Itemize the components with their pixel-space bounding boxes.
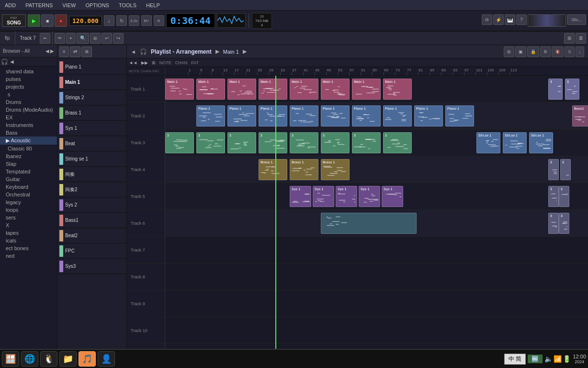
taskbar-browser-btn[interactable]: 🌐 xyxy=(21,351,38,367)
track-row[interactable] xyxy=(165,317,588,344)
taskbar-qq-btn[interactable]: 🐧 xyxy=(40,351,57,367)
track-nav-icon[interactable]: ⇐ xyxy=(40,33,50,44)
pattern-block[interactable]: Stri.se 1 xyxy=(476,132,500,153)
pattern-block[interactable]: Main 1 xyxy=(321,79,350,100)
track-row[interactable]: 3 3 3 3 3 3 3 3 xyxy=(165,210,588,237)
pattern-block[interactable]: Main 1 xyxy=(165,79,194,100)
sidebar-item-legacy[interactable]: legacy xyxy=(0,198,57,206)
question-icon[interactable]: ? xyxy=(516,14,527,25)
taskbar-fl-btn[interactable]: 🎵 xyxy=(79,351,96,367)
channel-item-4[interactable]: Sys 1 xyxy=(57,121,126,136)
record-button[interactable]: ● xyxy=(55,14,67,27)
channel-item-3[interactable]: Brass 1 xyxy=(57,105,126,121)
pattern-block[interactable]: Piano 1 xyxy=(259,105,287,126)
playlist-nav-icon[interactable]: ⊞ xyxy=(564,33,575,44)
channel-icon2[interactable]: ⇄ xyxy=(70,46,80,57)
sidebar-item-drums[interactable]: Drums xyxy=(0,98,57,106)
pattern-block[interactable]: Piano 1 xyxy=(196,105,225,126)
ime-icon[interactable]: 🔤 xyxy=(528,355,543,363)
snap-tool[interactable]: ⊞ xyxy=(90,33,101,44)
bpm-display[interactable]: 120.000 xyxy=(69,16,102,26)
pattern-block[interactable]: Main 1 xyxy=(227,79,256,100)
pattern-block[interactable]: Piano 1 xyxy=(445,105,474,126)
sidebar-item-drums-mode[interactable]: Drums (ModeAudio) xyxy=(0,106,57,114)
browser-headphone-icon[interactable]: 🎧 xyxy=(1,58,8,65)
track-row[interactable] xyxy=(165,264,588,290)
pattern-block[interactable]: 3 xyxy=(321,132,350,153)
pattern-block[interactable]: Bass1 xyxy=(572,105,588,126)
sidebar-item-ect-bones[interactable]: ect bones xyxy=(0,244,57,252)
sidebar-item-ex[interactable]: EX xyxy=(0,114,57,121)
mixer-icon[interactable]: M+ xyxy=(141,15,152,26)
channel-item-8[interactable]: 间奏2 xyxy=(57,182,126,197)
pattern-block[interactable]: 3 xyxy=(196,132,225,153)
browser-back-btn[interactable]: ◀ xyxy=(45,48,49,54)
sidebar-item-guitar[interactable]: Guitar xyxy=(0,175,57,183)
sidebar-item-loops[interactable]: loops xyxy=(0,206,57,214)
studio-button[interactable]: Stu... xyxy=(567,14,586,25)
step-fwd-btn[interactable]: ▶▶ xyxy=(141,60,148,65)
systray-icon1[interactable]: 🔈 xyxy=(544,355,553,363)
sidebar-item-acoustic[interactable]: ▶ Acoustic xyxy=(0,137,57,145)
track-row[interactable]: Brass 1 Brass 1 Brass 1 3 3 3 3 xyxy=(165,156,588,183)
taskbar-files-btn[interactable]: 📁 xyxy=(59,351,77,367)
metronome-icon[interactable]: ♩ xyxy=(104,15,114,26)
playlist-headphones-icon[interactable]: 🎧 xyxy=(140,48,147,55)
pattern-block[interactable]: 3 xyxy=(290,132,318,153)
playlist-view-icon[interactable]: ▣ xyxy=(515,46,526,57)
pattern-block[interactable]: 3 xyxy=(352,132,381,153)
pattern-block[interactable]: Sys 1 xyxy=(290,186,311,207)
stop-button[interactable]: ■ xyxy=(41,14,54,27)
pattern-block[interactable]: Piano 1 xyxy=(227,105,256,126)
pattern-block[interactable]: Main 1 xyxy=(290,79,318,100)
refresh-icon[interactable]: ⟳ xyxy=(482,14,492,25)
ime-indicator[interactable]: 中 简 xyxy=(504,354,526,365)
pattern-block[interactable]: 3 xyxy=(559,213,569,234)
tracks-scroll[interactable]: Main 1 Main 1 Main 1 Main 1 Main 1 Main … xyxy=(165,76,588,349)
playlist-solo-icon[interactable]: S xyxy=(565,46,574,57)
channel-item-13[interactable]: Sys3 xyxy=(57,259,126,274)
sidebar-item-slap[interactable]: Slap xyxy=(0,160,57,168)
zoom-tool[interactable]: 🔍 xyxy=(77,33,89,44)
sidebar-item-icals[interactable]: icals xyxy=(0,237,57,244)
pattern-block[interactable]: Piano 1 xyxy=(321,105,350,126)
sidebar-item-shared-data[interactable]: shared data xyxy=(0,68,57,75)
pattern-block[interactable]: 3 xyxy=(227,132,256,153)
pattern-block[interactable]: Main 1 xyxy=(196,79,225,100)
channel-item-10[interactable]: Bass1 xyxy=(57,213,126,228)
pattern-block[interactable]: Brass 1 xyxy=(290,159,318,180)
playlist-settings-icon[interactable]: ⚙ xyxy=(540,46,551,57)
browser-fwd-btn[interactable]: ▶ xyxy=(50,48,54,54)
channel-item-0[interactable]: Piano 1 xyxy=(57,59,126,75)
systray-icon2[interactable]: 📶 xyxy=(554,355,562,363)
pattern-block[interactable]: Sys 1 xyxy=(382,186,403,207)
sidebar-item-orchestral[interactable]: Orchestral xyxy=(0,191,57,198)
sidebar-item-tapes[interactable]: tapes xyxy=(0,229,57,237)
menu-help[interactable]: HELP xyxy=(144,1,162,9)
pattern-block[interactable] xyxy=(321,213,417,234)
select-tool[interactable]: ⌖ xyxy=(66,33,76,44)
pattern-block[interactable]: Brass 1 xyxy=(259,159,287,180)
taskbar-windows-btn[interactable]: 🪟 xyxy=(2,351,19,367)
pattern-block[interactable]: Main 1 xyxy=(352,79,381,100)
pattern-block[interactable]: 3 xyxy=(383,132,412,153)
playlist-nav-back[interactable]: ◄ xyxy=(131,49,136,55)
channel-icon3[interactable]: ⊕ xyxy=(81,46,92,57)
pattern-block[interactable]: Main 1 xyxy=(383,79,412,100)
arrange-icon[interactable]: ≣ xyxy=(576,33,586,44)
pattern-block[interactable]: 3 xyxy=(548,159,559,180)
playlist-download-icon[interactable]: ↓ xyxy=(576,46,585,57)
pattern-block[interactable]: 3 xyxy=(565,79,579,100)
playlist-icon[interactable]: ≋ xyxy=(154,15,164,26)
pattern-block[interactable]: 3 xyxy=(548,186,559,207)
undo-icon[interactable]: ↩ xyxy=(102,33,112,44)
menu-patterns[interactable]: PATTERNS xyxy=(23,1,55,9)
pattern-block[interactable]: Sys 1 xyxy=(336,186,357,207)
pattern-block[interactable]: Brass 1 xyxy=(321,159,350,180)
menu-add[interactable]: ADD xyxy=(3,1,18,9)
pattern-block[interactable]: 3 xyxy=(548,79,563,100)
sidebar-item-keyboard[interactable]: Keyboard xyxy=(0,183,57,191)
tempo-tap-icon[interactable]: 3.2x xyxy=(129,15,139,26)
sidebar-item-projects[interactable]: projects xyxy=(0,83,57,91)
play-pause-button[interactable]: ▶ xyxy=(28,14,40,27)
